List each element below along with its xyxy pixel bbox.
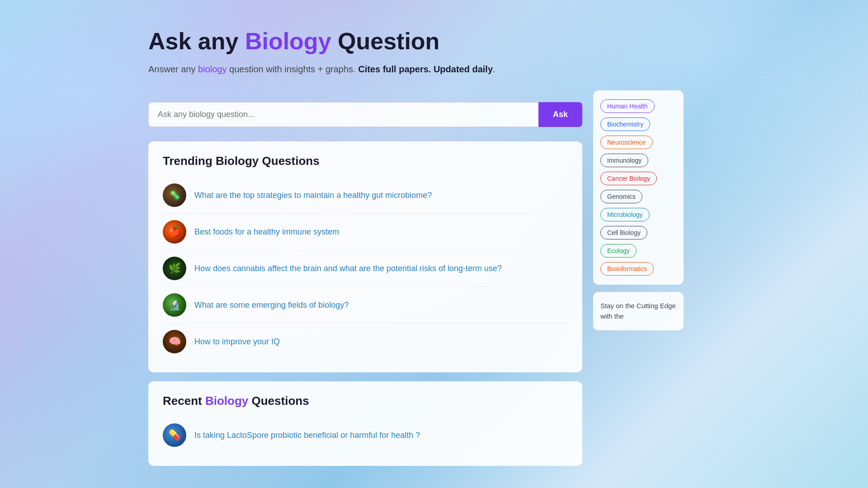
subtitle: Answer any biology question with insight… bbox=[148, 62, 582, 76]
list-item[interactable]: 🦠 What are the top strategies to maintai… bbox=[163, 177, 568, 214]
category-tag-immunology[interactable]: Immunology bbox=[600, 154, 648, 167]
question-icon-biology: 🔬 bbox=[163, 293, 186, 317]
question-icon-probiotic: 💊 bbox=[163, 423, 186, 447]
recent-card: Recent Biology Questions 💊 Is taking Lac… bbox=[148, 381, 582, 466]
list-item[interactable]: 🧠 How to improve your IQ bbox=[163, 324, 568, 360]
category-tag-cell-biology[interactable]: Cell Biology bbox=[600, 226, 647, 239]
trending-title: Trending Biology Questions bbox=[163, 154, 568, 168]
question-link-q1[interactable]: What are the top strategies to maintain … bbox=[194, 190, 432, 201]
list-item[interactable]: 🍎 Best foods for a healthy immune system bbox=[163, 214, 568, 250]
trending-title-text: Trending Biology Questions bbox=[163, 154, 320, 168]
question-icon-iq: 🧠 bbox=[163, 330, 186, 353]
question-icon-immune: 🍎 bbox=[163, 220, 186, 244]
question-link-q4[interactable]: What are some emerging fields of biology… bbox=[194, 300, 349, 311]
title-highlight: Biology bbox=[245, 28, 331, 54]
question-icon-cannabis: 🌿 bbox=[163, 257, 186, 280]
question-icon-gut: 🦠 bbox=[163, 183, 186, 207]
subtitle-part1: Answer any bbox=[148, 64, 198, 74]
category-tag-cancer-biology[interactable]: Cancer Biology bbox=[600, 172, 657, 185]
ask-button[interactable]: Ask bbox=[538, 102, 582, 127]
header-section: Ask any Biology Question Answer any biol… bbox=[148, 18, 582, 89]
title-part2: Question bbox=[331, 28, 440, 54]
search-input[interactable] bbox=[148, 102, 538, 127]
question-link-q5[interactable]: How to improve your IQ bbox=[194, 336, 280, 347]
list-item[interactable]: 💊 Is taking LactoSpore probiotic benefic… bbox=[163, 417, 568, 453]
right-sidebar: Human Health Biochemistry Neuroscience I… bbox=[593, 90, 684, 330]
category-tag-bioinformatics[interactable]: Bioinformatics bbox=[600, 262, 654, 276]
recent-title: Recent Biology Questions bbox=[163, 394, 568, 408]
trending-card: Trending Biology Questions 🦠 What are th… bbox=[148, 141, 582, 372]
main-title: Ask any Biology Question bbox=[148, 27, 582, 55]
recent-title-highlight: Biology bbox=[205, 394, 248, 408]
question-link-q3[interactable]: How does cannabis affect the brain and w… bbox=[194, 263, 502, 274]
subtitle-bold: Cites full papers. Updated daily bbox=[358, 64, 493, 74]
cutting-edge-text: Stay on the Cutting Edge with the bbox=[600, 302, 676, 320]
subtitle-bio-link[interactable]: biology bbox=[198, 64, 226, 74]
category-tag-ecology[interactable]: Ecology bbox=[600, 244, 637, 258]
list-item[interactable]: 🔬 What are some emerging fields of biolo… bbox=[163, 287, 568, 324]
cutting-edge-card: Stay on the Cutting Edge with the bbox=[593, 292, 684, 330]
search-section: Ask bbox=[148, 102, 582, 127]
subtitle-end: . bbox=[493, 64, 495, 74]
recent-title-part1: Recent bbox=[163, 394, 205, 408]
category-tag-genomics[interactable]: Genomics bbox=[600, 190, 642, 203]
question-link-r1[interactable]: Is taking LactoSpore probiotic beneficia… bbox=[194, 430, 420, 441]
question-link-q2[interactable]: Best foods for a healthy immune system bbox=[194, 226, 339, 238]
list-item[interactable]: 🌿 How does cannabis affect the brain and… bbox=[163, 250, 568, 287]
categories-card: Human Health Biochemistry Neuroscience I… bbox=[593, 90, 684, 285]
category-tag-neuroscience[interactable]: Neuroscience bbox=[600, 136, 653, 149]
title-part1: Ask any bbox=[148, 28, 245, 54]
recent-title-part2: Questions bbox=[248, 394, 309, 408]
category-tag-microbiology[interactable]: Microbiology bbox=[600, 208, 650, 221]
main-wrapper: Ask any Biology Question Answer any biol… bbox=[0, 0, 868, 475]
left-column: Ask any Biology Question Answer any biol… bbox=[148, 18, 582, 475]
category-tag-human-health[interactable]: Human Health bbox=[600, 99, 655, 113]
content-area: Ask any Biology Question Answer any biol… bbox=[0, 18, 868, 475]
category-tag-biochemistry[interactable]: Biochemistry bbox=[600, 117, 650, 131]
subtitle-part2: question with insights + graphs. bbox=[226, 64, 358, 74]
